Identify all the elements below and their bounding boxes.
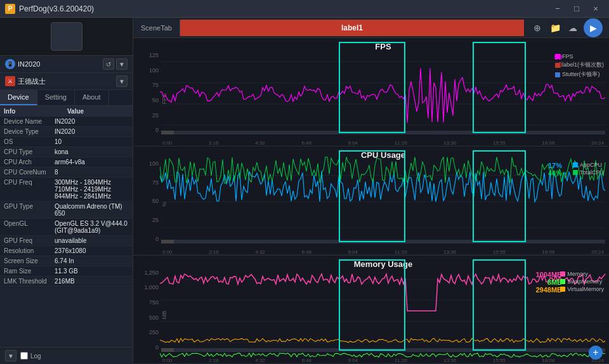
device-image <box>51 22 82 51</box>
log-label: Log <box>30 353 41 360</box>
info-header-value: Value <box>67 108 84 115</box>
legend-color <box>560 287 565 292</box>
user-name: 王德战士 <box>18 77 114 86</box>
table-row: GPU Frequnavailable <box>0 236 133 246</box>
chart-memory-y-axis: 1,2501,0007505002500 <box>136 258 160 363</box>
chart-memory-scrollbar[interactable] <box>161 348 605 352</box>
titlebar: P PerfDog(v3.6.200420) − □ × <box>0 0 609 18</box>
top-bar: SceneTab label1 ⊕ 📁 ☁ ▶ <box>133 18 609 38</box>
scrollbar-thumb[interactable] <box>161 240 174 244</box>
info-table: Info Value Device NameIN2020Device TypeI… <box>0 106 133 347</box>
info-value: arm64-v8a <box>55 159 85 166</box>
info-value: 11.3 GB <box>55 268 78 275</box>
legend-color <box>560 279 565 284</box>
table-row: CPU Archarm64-v8a <box>0 157 133 167</box>
device-selector-controls: ↺ ▼ <box>103 58 128 70</box>
legend-label: SwapMemory <box>567 278 602 285</box>
top-icons: ⊕ 📁 ☁ ▶ <box>524 18 609 37</box>
info-key: CPU CoreNum <box>4 169 55 176</box>
sidebar-bottom: ▼ Log <box>0 347 133 364</box>
info-value: IN2020 <box>55 128 75 135</box>
scene-tab[interactable]: SceneTab <box>133 20 180 36</box>
minimize-button[interactable]: − <box>549 3 566 15</box>
maximize-button[interactable]: □ <box>568 3 585 15</box>
table-row: Device NameIN2020 <box>0 117 133 127</box>
tab-device[interactable]: Device <box>0 90 37 105</box>
legend-item: SwapMemory <box>560 278 604 285</box>
user-selector-row: ⚔ 王德战士 ▼ <box>0 73 133 90</box>
info-value: unavailable <box>55 237 87 244</box>
folder-icon[interactable]: 📁 <box>548 21 562 35</box>
tab-setting[interactable]: Setting <box>37 90 75 105</box>
charts-area: 1251007550250FPSFPS590FPSlabel1(卡顿次数)Stu… <box>133 38 609 364</box>
scrollbar-thumb[interactable] <box>161 348 174 352</box>
chart-memory-legend: MemorySwapMemoryVirtualMemory <box>560 271 604 292</box>
table-row: CPU Freq300MHz - 1804MHz 710MHz - 2419MH… <box>0 178 133 202</box>
table-row: GPU TypeQualcomm Adreno (TM) 650 <box>0 202 133 219</box>
table-row: Device TypeIN2020 <box>0 127 133 137</box>
sidebar-tabs: Device Setting About <box>0 90 133 106</box>
info-value: IN2020 <box>55 118 75 125</box>
log-checkbox-container: Log <box>20 352 41 360</box>
user-dropdown-button[interactable]: ▼ <box>116 75 128 87</box>
table-row: Resolution2376x1080 <box>0 246 133 256</box>
legend-label: FPS <box>562 53 573 60</box>
chart-cpu-scrollbar[interactable] <box>161 240 605 244</box>
device-icon: 📱 <box>5 59 15 69</box>
info-key: Resolution <box>4 247 55 254</box>
tab-about[interactable]: About <box>75 90 109 105</box>
table-row: LMK Threshold216MB <box>0 276 133 287</box>
chart-memory-x-axis: 0:002:164:326:489:0411:2013:3615:5518:08… <box>160 358 606 363</box>
chart-cpu-legend: AppCPUTotalCPU <box>573 162 604 176</box>
sidebar: 📱 IN2020 ↺ ▼ ⚔ 王德战士 ▼ Device Setting Abo… <box>0 18 133 364</box>
location-icon[interactable]: ⊕ <box>530 21 544 35</box>
info-table-header: Info Value <box>0 106 133 117</box>
legend-label: TotalCPU <box>580 169 604 176</box>
legend-color <box>573 162 578 167</box>
legend-color <box>560 271 565 276</box>
table-row: Screen Size6.74 In <box>0 256 133 266</box>
chart-fps-x-axis: 0:002:164:326:489:0411:2013:3615:5518:08… <box>160 140 606 146</box>
chart-cpu-value1: 17% <box>548 162 562 169</box>
cloud-icon[interactable]: ☁ <box>566 21 580 35</box>
chart-fps-inner: FPSFPS590FPSlabel1(卡顿次数)Stutter(卡顿率)0:00… <box>160 41 606 146</box>
chart-fps-legend: FPSlabel1(卡顿次数)Stutter(卡顿率) <box>555 53 604 79</box>
device-selector-row: 📱 IN2020 ↺ ▼ <box>0 56 133 73</box>
info-value: 8 <box>55 169 58 176</box>
chart-fps-scrollbar[interactable] <box>161 131 605 134</box>
legend-color <box>555 63 560 68</box>
label-tab[interactable]: label1 <box>180 20 524 36</box>
legend-label: VirtualMemory <box>567 286 604 292</box>
legend-label: AppCPU <box>580 162 602 168</box>
expand-button[interactable]: ▼ <box>5 350 16 361</box>
add-chart-button[interactable]: + <box>589 346 603 360</box>
chart-cpu-y-axis: 1007550250 <box>136 149 160 254</box>
close-button[interactable]: × <box>587 3 604 15</box>
log-checkbox[interactable] <box>20 352 28 360</box>
legend-item: label1(卡顿次数) <box>555 61 604 69</box>
info-key: OS <box>4 138 55 145</box>
info-value: 2376x1080 <box>55 247 86 254</box>
info-key: Device Type <box>4 128 55 135</box>
info-key: CPU Arch <box>4 159 55 166</box>
chart-fps-y-axis: 1251007550250 <box>136 41 160 146</box>
chart-fps: 1251007550250FPSFPS590FPSlabel1(卡顿次数)Stu… <box>133 38 609 146</box>
table-row: Ram Size11.3 GB <box>0 266 133 276</box>
chart-memory-value1: 1004MB <box>535 271 562 278</box>
info-value: 300MHz - 1804MHz 710MHz - 2419MHz 844MHz… <box>55 179 129 200</box>
device-dropdown-button[interactable]: ▼ <box>116 58 128 70</box>
device-name: IN2020 <box>18 60 100 68</box>
legend-item: Memory <box>560 271 604 277</box>
info-key: CPU Type <box>4 148 55 155</box>
scrollbar-thumb[interactable] <box>161 131 174 134</box>
chart-memory-inner: Memory UsageMB1004MB8MB2948MBMemorySwapM… <box>160 258 606 363</box>
chart-memory-title: Memory Usage <box>354 259 412 269</box>
chart-cpu-title: CPU Usage <box>361 150 405 160</box>
device-refresh-button[interactable]: ↺ <box>103 58 114 70</box>
app-icon: P <box>5 4 15 14</box>
main-layout: 📱 IN2020 ↺ ▼ ⚔ 王德战士 ▼ Device Setting Abo… <box>0 18 609 364</box>
legend-label: Stutter(卡顿率) <box>562 70 600 79</box>
titlebar-controls: − □ × <box>549 3 604 15</box>
table-row: CPU Typekona <box>0 147 133 157</box>
play-button[interactable]: ▶ <box>584 18 603 37</box>
